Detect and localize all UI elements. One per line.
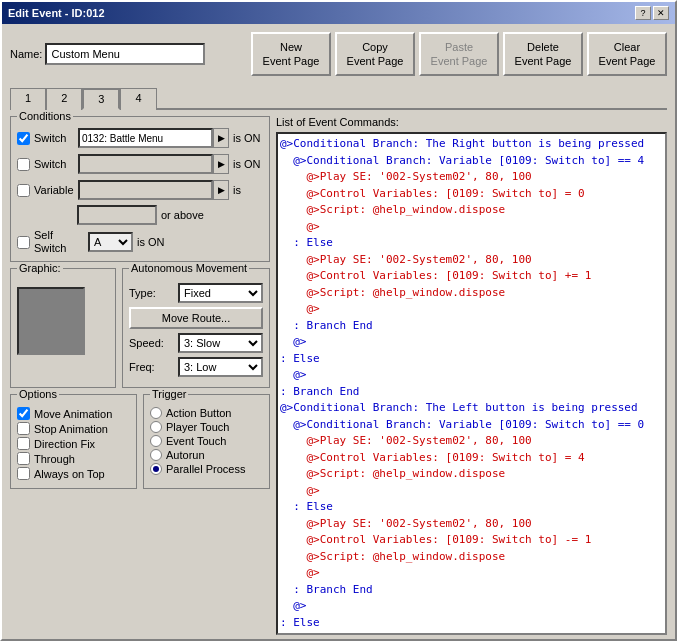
copy-event-page-button[interactable]: CopyEvent Page	[335, 32, 415, 76]
switch1-status: is ON	[233, 132, 263, 144]
delete-event-page-button[interactable]: DeleteEvent Page	[503, 32, 583, 76]
move-animation-label: Move Animation	[34, 408, 112, 420]
move-route-button[interactable]: Move Route...	[129, 307, 263, 329]
list-item: @>Conditional Branch: The Right button i…	[280, 136, 663, 153]
self-switch-select[interactable]: ABCD	[88, 232, 133, 252]
variable-arrow-button[interactable]: ▶	[213, 180, 229, 200]
tab-4[interactable]: 4	[120, 88, 156, 110]
switch1-input[interactable]	[78, 128, 213, 148]
toolbar: NewEvent Page CopyEvent Page PasteEvent …	[251, 32, 667, 76]
options-label: Options	[17, 388, 59, 400]
autorun-radio[interactable]	[150, 449, 162, 461]
trigger-parallel-process: Parallel Process	[150, 463, 263, 475]
variable-input-wrapper: ▶	[78, 180, 229, 200]
tabs-row: 1 2 3 4	[10, 86, 667, 110]
event-commands-list[interactable]: @>Conditional Branch: The Right button i…	[276, 132, 667, 635]
conditions-box: Conditions Switch ▶ is ON	[10, 116, 270, 262]
autorun-label: Autorun	[166, 449, 205, 461]
option-stop-animation: Stop Animation	[17, 422, 130, 435]
parallel-process-label: Parallel Process	[166, 463, 245, 475]
variable-label: Variable	[34, 184, 74, 196]
options-box: Options Move Animation Stop Animation	[10, 394, 137, 489]
tab-2[interactable]: 2	[46, 88, 82, 110]
list-item: @>Script: @help_window.dispose	[280, 202, 663, 219]
new-event-page-button[interactable]: NewEvent Page	[251, 32, 331, 76]
self-switch-label: SelfSwitch	[34, 229, 84, 255]
help-button[interactable]: ?	[635, 6, 651, 20]
list-item: @>Script: @help_window.dispose	[280, 549, 663, 566]
variable-input[interactable]	[78, 180, 213, 200]
type-select[interactable]: Fixed Random Approach Custom	[178, 283, 263, 303]
switch2-input[interactable]	[78, 154, 213, 174]
parallel-process-radio[interactable]	[150, 463, 162, 475]
clear-event-page-button[interactable]: ClearEvent Page	[587, 32, 667, 76]
list-item: : Branch End	[280, 318, 663, 335]
trigger-action-button: Action Button	[150, 407, 263, 419]
conditions-label: Conditions	[17, 110, 73, 122]
switch1-checkbox[interactable]	[17, 132, 30, 145]
list-item: @>Conditional Branch: Variable [0109: Sw…	[280, 153, 663, 170]
list-item: : Branch End	[280, 384, 663, 401]
always-on-top-label: Always on Top	[34, 468, 105, 480]
close-button[interactable]: ✕	[653, 6, 669, 20]
action-button-label: Action Button	[166, 407, 231, 419]
trigger-autorun: Autorun	[150, 449, 263, 461]
variable-checkbox[interactable]	[17, 184, 30, 197]
graphic-box: Graphic:	[10, 268, 116, 388]
list-item: : Else	[280, 351, 663, 368]
window-content: Name: NewEvent Page CopyEvent Page Paste…	[2, 24, 675, 641]
or-above-input[interactable]	[77, 205, 157, 225]
option-always-on-top: Always on Top	[17, 467, 130, 480]
tab-1[interactable]: 1	[10, 88, 46, 110]
event-touch-label: Event Touch	[166, 435, 226, 447]
switch1-arrow-button[interactable]: ▶	[213, 128, 229, 148]
name-input[interactable]	[45, 43, 205, 65]
list-item: @>Control Variables: [0109: Switch to] =…	[280, 186, 663, 203]
list-item: : Branch End	[280, 582, 663, 599]
list-item: @>Script: @help_window.dispose	[280, 466, 663, 483]
player-touch-radio[interactable]	[150, 421, 162, 433]
through-checkbox[interactable]	[17, 452, 30, 465]
speed-row: Speed: 1: x8 Slower 2: x4 Slower 3: Slow…	[129, 333, 263, 353]
tab-3[interactable]: 3	[82, 88, 120, 110]
action-button-radio[interactable]	[150, 407, 162, 419]
title-bar: Edit Event - ID:012 ? ✕	[2, 2, 675, 24]
variable-row: Variable ▶ is	[17, 179, 263, 201]
list-item: @>Play SE: '002-System02', 80, 100	[280, 252, 663, 269]
switch2-arrow-button[interactable]: ▶	[213, 154, 229, 174]
window-title: Edit Event - ID:012	[8, 7, 105, 19]
right-panel: List of Event Commands: @>Conditional Br…	[276, 116, 667, 635]
switch1-label: Switch	[34, 132, 74, 144]
main-window: Edit Event - ID:012 ? ✕ Name: NewEvent P…	[0, 0, 677, 641]
switch2-input-wrapper: ▶	[78, 154, 229, 174]
graphic-movement-row: Graphic: Autonomous Movement Type: Fixed…	[10, 268, 270, 388]
switch2-checkbox[interactable]	[17, 158, 30, 171]
self-switch-row: SelfSwitch ABCD is ON	[17, 229, 263, 255]
list-item: : Else	[280, 615, 663, 632]
switch2-row: Switch ▶ is ON	[17, 153, 263, 175]
list-item: @>Control Variables: [0109: Switch to] +…	[280, 268, 663, 285]
self-switch-checkbox[interactable]	[17, 236, 30, 249]
event-touch-radio[interactable]	[150, 435, 162, 447]
type-row: Type: Fixed Random Approach Custom	[129, 283, 263, 303]
speed-select[interactable]: 1: x8 Slower 2: x4 Slower 3: Slow 4: Fas…	[178, 333, 263, 353]
list-item: @>	[280, 219, 663, 236]
paste-event-page-button[interactable]: PasteEvent Page	[419, 32, 499, 76]
graphic-label: Graphic:	[17, 262, 63, 274]
stop-animation-checkbox[interactable]	[17, 422, 30, 435]
list-item: @>	[280, 598, 663, 615]
list-item: @>	[280, 367, 663, 384]
move-animation-checkbox[interactable]	[17, 407, 30, 420]
freq-select[interactable]: 1: Lowest 2: Lower 3: Low 4: High	[178, 357, 263, 377]
graphic-preview[interactable]	[17, 287, 85, 355]
trigger-player-touch: Player Touch	[150, 421, 263, 433]
list-item: @>Conditional Branch: The Left button is…	[280, 400, 663, 417]
always-on-top-checkbox[interactable]	[17, 467, 30, 480]
list-item: @>	[280, 301, 663, 318]
freq-label: Freq:	[129, 361, 174, 373]
header-row: Name: NewEvent Page CopyEvent Page Paste…	[10, 32, 667, 76]
variable-status: is	[233, 184, 263, 196]
direction-fix-checkbox[interactable]	[17, 437, 30, 450]
stop-animation-label: Stop Animation	[34, 423, 108, 435]
option-move-animation: Move Animation	[17, 407, 130, 420]
